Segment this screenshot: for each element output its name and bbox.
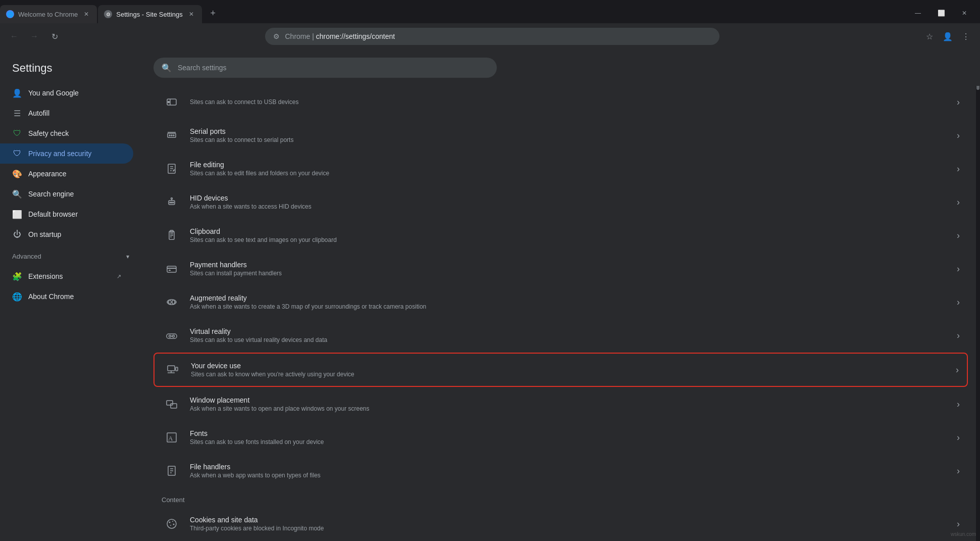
ar-item-desc: Ask when a site wants to create a 3D map… (190, 303, 949, 310)
settings-item-payment-handlers[interactable]: Payment handlers Sites can install payme… (153, 253, 968, 285)
menu-button[interactable]: ⋮ (958, 28, 974, 44)
url-text: Chrome | chrome://settings/content (285, 32, 395, 40)
search-icon: 🔍 (162, 63, 172, 73)
svg-point-48 (169, 522, 171, 523)
advanced-section[interactable]: Advanced ▾ (0, 249, 141, 262)
svg-rect-40 (171, 404, 177, 408)
startup-icon: ⏻ (12, 229, 22, 239)
window-placement-item-desc: Ask when a site wants to open and place … (190, 405, 949, 412)
svg-point-33 (173, 335, 175, 337)
device-use-arrow-icon: › (956, 365, 959, 375)
external-link-icon: ↗ (117, 273, 121, 280)
usb-item-desc: Sites can ask to connect to USB devices (190, 99, 949, 106)
clipboard-item-desc: Sites can ask to see text and images on … (190, 236, 949, 243)
url-favicon: ⚙ (273, 32, 281, 40)
close-button[interactable]: ✕ (953, 5, 976, 21)
extensions-icon: 🧩 (12, 271, 22, 281)
cookies-item-title: Cookies and site data (190, 516, 949, 524)
search-engine-icon: 🔍 (12, 189, 22, 199)
sidebar-item-you-and-google[interactable]: 👤 You and Google (0, 83, 133, 103)
profile-button[interactable]: 👤 (940, 28, 956, 44)
settings-item-file-handlers[interactable]: File handlers Ask when a web app wants t… (153, 455, 968, 487)
sidebar-item-extensions[interactable]: 🧩 Extensions ↗ (0, 266, 133, 286)
settings-item-augmented-reality[interactable]: Augmented reality Ask when a site wants … (153, 286, 968, 318)
svg-point-4 (169, 135, 170, 136)
file-editing-icon (162, 159, 182, 179)
tab-welcome-to-chrome[interactable]: 🌐 Welcome to Chrome ✕ (0, 5, 97, 23)
maximize-button[interactable]: ⬜ (930, 5, 953, 21)
settings-item-hid-devices[interactable]: HID devices Ask when a site wants to acc… (153, 186, 968, 218)
forward-button[interactable]: → (26, 28, 42, 44)
url-bar[interactable]: ⚙ Chrome | chrome://settings/content (265, 28, 719, 45)
serial-arrow-icon: › (957, 130, 960, 141)
payment-item-title: Payment handlers (190, 261, 949, 269)
sidebar-item-autofill[interactable]: ☰ Autofill (0, 103, 133, 123)
file-handlers-item-desc: Ask when a web app wants to open types o… (190, 472, 949, 479)
usb-arrow-icon: › (957, 97, 960, 108)
svg-point-17 (173, 202, 174, 203)
settings-item-window-placement[interactable]: Window placement Ask when a site wants t… (153, 388, 968, 420)
svg-point-6 (173, 135, 174, 136)
settings-item-fonts[interactable]: A Fonts Sites can ask to use fonts insta… (153, 421, 968, 454)
window-placement-icon (162, 394, 182, 414)
svg-text:A: A (168, 434, 173, 442)
window-placement-arrow-icon: › (957, 399, 960, 410)
settings-item-file-editing[interactable]: File editing Sites can ask to edit files… (153, 153, 968, 185)
svg-point-16 (171, 202, 172, 203)
vr-arrow-icon: › (957, 330, 960, 341)
svg-point-32 (169, 335, 171, 337)
new-tab-button[interactable]: + (205, 5, 221, 21)
sidebar: Settings 👤 You and Google ☰ Autofill 🛡 S… (0, 50, 141, 541)
serial-ports-icon (162, 125, 182, 145)
payment-arrow-icon: › (957, 264, 960, 274)
sidebar-item-privacy-security[interactable]: 🛡 Privacy and security (0, 143, 133, 164)
svg-rect-23 (167, 266, 176, 272)
svg-point-15 (170, 202, 171, 203)
vr-icon (162, 325, 182, 346)
file-editing-item-title: File editing (190, 161, 949, 169)
cookies-arrow-icon: › (957, 519, 960, 529)
payment-icon (162, 259, 182, 279)
sidebar-label-appearance: Appearance (28, 170, 67, 178)
settings-item-clipboard[interactable]: Clipboard Sites can ask to see text and … (153, 219, 968, 252)
sidebar-item-about-chrome[interactable]: 🌐 About Chrome (0, 286, 133, 307)
fonts-icon: A (162, 427, 182, 448)
settings-item-usb-devices[interactable]: Sites can ask to connect to USB devices … (153, 86, 968, 118)
settings-item-your-device-use[interactable]: Your device use Sites can ask to know wh… (153, 353, 968, 387)
sidebar-item-default-browser[interactable]: ⬜ Default browser (0, 204, 133, 224)
tab-close-settings[interactable]: ✕ (187, 10, 196, 19)
refresh-button[interactable]: ↻ (46, 28, 63, 44)
bookmark-button[interactable]: ☆ (921, 28, 938, 44)
settings-item-virtual-reality[interactable]: Virtual reality Sites can ask to use vir… (153, 319, 968, 352)
settings-item-cookies[interactable]: Cookies and site data Third-party cookie… (153, 508, 968, 540)
sidebar-label-autofill: Autofill (28, 109, 49, 117)
minimize-button[interactable]: — (906, 5, 930, 21)
tab-label-settings: Settings - Site Settings (116, 11, 183, 18)
file-handlers-item-title: File handlers (190, 463, 949, 471)
tab-close-welcome[interactable]: ✕ (82, 10, 91, 19)
sidebar-item-appearance[interactable]: 🎨 Appearance (0, 164, 133, 184)
back-button[interactable]: ← (6, 28, 22, 44)
settings-item-serial-ports[interactable]: Serial ports Sites can ask to connect to… (153, 119, 968, 152)
ar-item-title: Augmented reality (190, 294, 949, 302)
hid-item-text: HID devices Ask when a site wants to acc… (190, 194, 949, 210)
sidebar-item-on-startup[interactable]: ⏻ On startup (0, 224, 133, 244)
hid-icon (162, 192, 182, 212)
svg-point-49 (172, 521, 173, 522)
svg-point-50 (173, 524, 175, 525)
serial-item-text: Serial ports Sites can ask to connect to… (190, 127, 949, 143)
svg-point-2 (168, 102, 170, 103)
search-input[interactable] (178, 64, 489, 72)
advanced-chevron: ▾ (126, 253, 129, 260)
file-handlers-icon (162, 461, 182, 481)
clipboard-icon (162, 225, 182, 245)
safety-icon: 🛡 (12, 128, 22, 138)
tab-site-settings[interactable]: ⚙ Settings - Site Settings ✕ (98, 5, 202, 23)
file-handlers-arrow-icon: › (957, 466, 960, 476)
svg-rect-36 (176, 367, 178, 371)
sidebar-title: Settings (0, 58, 141, 83)
sidebar-label-default-browser: Default browser (28, 210, 78, 218)
sidebar-item-safety-check[interactable]: 🛡 Safety check (0, 123, 133, 143)
vr-item-text: Virtual reality Sites can ask to use vir… (190, 327, 949, 343)
sidebar-item-search-engine[interactable]: 🔍 Search engine (0, 184, 133, 204)
